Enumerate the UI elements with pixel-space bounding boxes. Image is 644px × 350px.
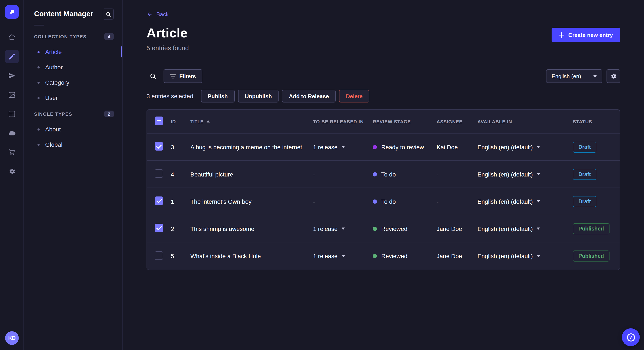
sidebar-item-author[interactable]: Author — [24, 59, 122, 75]
sidebar-item-global[interactable]: Global — [24, 137, 122, 152]
release-cell[interactable]: - — [313, 198, 373, 205]
sidebar-item-label: User — [45, 94, 58, 101]
bullet-icon — [38, 66, 40, 68]
settings-icon[interactable] — [5, 165, 18, 178]
table-row[interactable]: 1 The internet's Own boy - To do - Engli… — [147, 188, 620, 215]
home-icon[interactable] — [5, 31, 18, 44]
unpublish-button[interactable]: Unpublish — [238, 90, 278, 103]
stage-dot-icon — [373, 254, 377, 258]
row-checkbox[interactable] — [154, 224, 163, 232]
content-type-builder-icon[interactable] — [5, 107, 18, 121]
sidebar-item-label: Category — [45, 79, 70, 86]
release-cell[interactable]: 1 release — [313, 253, 373, 259]
select-all-checkbox[interactable] — [154, 117, 163, 125]
sidebar-item-user[interactable]: User — [24, 90, 122, 105]
table-row[interactable]: 4 Beautiful picture - To do - English (e… — [147, 161, 620, 188]
sidebar-item-label: Author — [45, 64, 63, 71]
bullet-icon — [38, 81, 40, 84]
page-title: Article — [146, 25, 189, 41]
row-checkbox[interactable] — [154, 142, 163, 151]
section-label: COLLECTION TYPES — [34, 34, 87, 39]
release-cell[interactable]: 1 release — [313, 225, 373, 232]
column-header-release: TO BE RELEASED IN — [313, 119, 373, 124]
add-to-release-button[interactable]: Add to Release — [282, 90, 336, 103]
release-cell[interactable]: - — [313, 171, 373, 177]
back-arrow-icon — [146, 11, 153, 17]
gear-icon — [610, 73, 617, 80]
entry-id: 5 — [171, 253, 190, 259]
status-badge: Draft — [573, 169, 596, 180]
sidebar-search-button[interactable] — [103, 8, 114, 19]
table-row[interactable]: 2 This shrimp is awesome 1 release Revie… — [147, 215, 620, 242]
entry-id: 4 — [171, 171, 190, 177]
column-header-id: ID — [171, 119, 190, 124]
locale-select[interactable]: English (en) — [546, 69, 602, 83]
assignee: Jane Doe — [436, 225, 478, 232]
status-badge: Draft — [573, 196, 596, 207]
back-link[interactable]: Back — [146, 11, 169, 17]
chevron-down-icon — [537, 146, 540, 148]
cloud-icon[interactable] — [5, 126, 18, 140]
review-stage-cell: Reviewed — [373, 253, 436, 259]
content-manager-icon[interactable] — [5, 50, 18, 63]
status-cell: Draft — [573, 141, 620, 153]
column-header-title[interactable]: TITLE — [190, 119, 210, 124]
stage-dot-icon — [373, 199, 377, 203]
search-icon[interactable] — [146, 70, 159, 82]
media-library-icon[interactable] — [5, 88, 18, 102]
main-content: Back Article 5 entries found Create new … — [123, 0, 644, 350]
entry-id: 1 — [171, 198, 190, 205]
table-row[interactable]: 3 A bug is becoming a meme on the intern… — [147, 134, 620, 161]
entry-title: The internet's Own boy — [190, 198, 313, 205]
sidebar-item-about[interactable]: About — [24, 122, 122, 137]
sidebar-section: COLLECTION TYPES 4 Article Author Catego… — [24, 33, 122, 105]
strapi-logo[interactable] — [5, 5, 18, 19]
plus-icon — [559, 32, 564, 38]
filters-button[interactable]: Filters — [164, 69, 202, 83]
row-checkbox[interactable] — [154, 251, 163, 260]
publish-button[interactable]: Publish — [201, 90, 234, 103]
stage-dot-icon — [373, 172, 377, 176]
question-mark-icon: ? — [627, 333, 635, 341]
chevron-down-icon — [342, 227, 345, 230]
entries-count: 5 entries found — [146, 44, 189, 51]
sidebar-item-article[interactable]: Article — [24, 44, 122, 59]
marketplace-icon[interactable] — [5, 146, 18, 159]
create-entry-button[interactable]: Create new entry — [552, 28, 620, 42]
locale-cell[interactable]: English (en) (default) — [478, 171, 573, 177]
sidebar-section: SINGLE TYPES 2 About Global — [24, 111, 122, 152]
locale-cell[interactable]: English (en) (default) — [478, 225, 573, 232]
main-nav-rail: KD — [0, 0, 24, 350]
sidebar-item-label: Global — [45, 141, 62, 148]
help-button[interactable]: ? — [622, 328, 640, 346]
chevron-down-icon — [342, 255, 345, 257]
section-count-badge: 4 — [104, 33, 114, 40]
release-cell[interactable]: 1 release — [313, 144, 373, 150]
bullet-icon — [38, 144, 40, 146]
locale-cell[interactable]: English (en) (default) — [478, 253, 573, 259]
column-header-assignee: ASSIGNEE — [436, 119, 478, 124]
chevron-down-icon — [537, 173, 540, 175]
status-cell: Draft — [573, 196, 620, 207]
assignee: Jane Doe — [436, 253, 478, 259]
sidebar-item-category[interactable]: Category — [24, 75, 122, 90]
sort-ascending-icon — [206, 120, 210, 123]
row-checkbox[interactable] — [154, 169, 163, 178]
sidebar-divider — [34, 25, 44, 25]
bullet-icon — [38, 97, 40, 99]
table-row[interactable]: 5 What's inside a Black Hole 1 release R… — [147, 242, 620, 270]
locale-cell[interactable]: English (en) (default) — [478, 144, 573, 150]
user-avatar[interactable]: KD — [5, 331, 19, 345]
chevron-down-icon — [537, 255, 540, 257]
sidebar-item-label: About — [45, 126, 61, 133]
locale-cell[interactable]: English (en) (default) — [478, 198, 573, 205]
delete-button[interactable]: Delete — [339, 90, 369, 103]
column-header-review-stage: REVIEW STAGE — [373, 119, 436, 124]
releases-icon[interactable] — [5, 69, 18, 82]
sidebar-title: Content Manager — [34, 10, 93, 18]
view-settings-button[interactable] — [606, 69, 620, 83]
row-checkbox[interactable] — [154, 196, 163, 205]
table-header-row: ID TITLE TO BE RELEASED IN REVIEW STAGE … — [147, 110, 620, 134]
column-header-status: STATUS — [573, 119, 620, 124]
selection-count: 3 entries selected — [146, 93, 193, 100]
